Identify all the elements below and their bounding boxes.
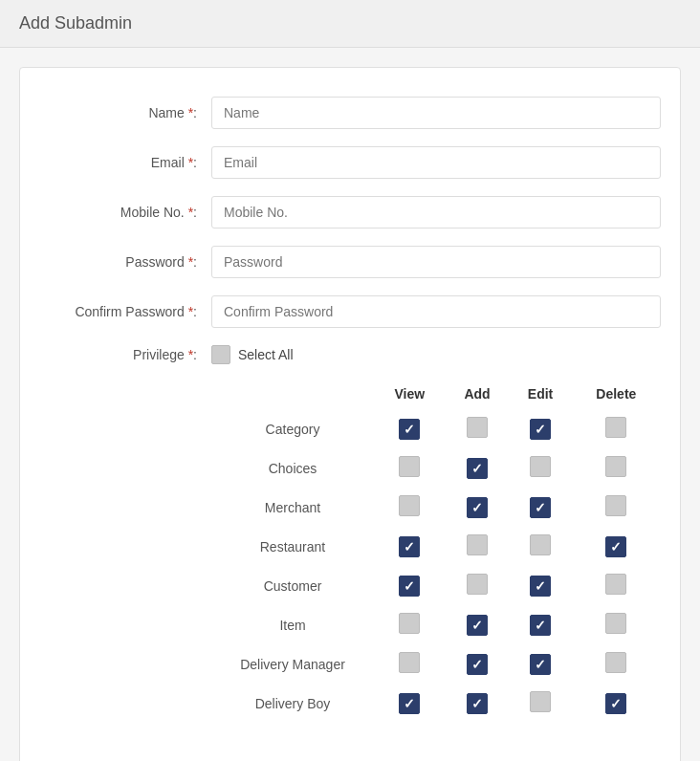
table-header-row: View Add Edit Delete [211, 379, 661, 409]
checkbox-delete-1[interactable] [605, 456, 626, 477]
cell-view-7[interactable]: ✓ [374, 684, 446, 723]
name-input[interactable] [211, 97, 661, 129]
cell-add-4[interactable] [446, 566, 510, 605]
cell-delete-0[interactable] [572, 409, 661, 448]
checkbox-add-6[interactable]: ✓ [467, 654, 488, 675]
cell-edit-5[interactable]: ✓ [509, 605, 571, 644]
checkbox-add-7[interactable]: ✓ [467, 693, 488, 714]
cell-edit-3[interactable] [509, 527, 571, 566]
cell-view-6[interactable] [374, 644, 446, 684]
checkbox-edit-2[interactable]: ✓ [530, 497, 551, 518]
col-edit-header: Edit [509, 379, 571, 409]
checkbox-add-5[interactable]: ✓ [467, 615, 488, 636]
checkbox-add-3[interactable] [467, 534, 488, 555]
cell-delete-7[interactable]: ✓ [572, 684, 661, 723]
mobile-required: * [188, 205, 193, 220]
table-row: Merchant✓✓ [211, 488, 661, 527]
checkbox-view-6[interactable] [399, 652, 420, 673]
confirm-password-required: * [188, 304, 193, 319]
cell-edit-7[interactable] [509, 684, 571, 723]
table-row: Customer✓✓ [211, 566, 661, 605]
row-label-choices: Choices [211, 448, 374, 488]
mobile-input[interactable] [211, 196, 661, 228]
table-row: Category✓✓ [211, 409, 661, 448]
cell-add-1[interactable]: ✓ [446, 448, 510, 488]
select-all-label: Select All [238, 347, 294, 362]
cell-add-5[interactable]: ✓ [446, 605, 510, 644]
cell-edit-4[interactable]: ✓ [509, 566, 571, 605]
checkbox-add-1[interactable]: ✓ [467, 458, 488, 479]
checkbox-edit-5[interactable]: ✓ [530, 615, 551, 636]
checkbox-delete-7[interactable]: ✓ [605, 693, 626, 714]
cell-delete-1[interactable] [572, 448, 661, 488]
checkbox-edit-3[interactable] [530, 534, 551, 555]
checkbox-view-1[interactable] [399, 456, 420, 477]
cell-add-7[interactable]: ✓ [446, 684, 510, 723]
checkbox-add-4[interactable] [467, 574, 488, 595]
privilege-required: * [188, 347, 193, 362]
cell-delete-3[interactable]: ✓ [572, 527, 661, 566]
select-all-checkbox[interactable] [211, 345, 230, 364]
checkbox-delete-0[interactable] [605, 417, 626, 438]
checkbox-edit-0[interactable]: ✓ [530, 419, 551, 440]
email-row: Email *: [39, 146, 661, 179]
row-label-category: Category [211, 409, 374, 448]
table-row: Item✓✓ [211, 605, 661, 644]
cell-view-5[interactable] [374, 605, 446, 644]
cell-view-2[interactable] [374, 488, 446, 527]
email-input[interactable] [211, 146, 661, 179]
cell-edit-6[interactable]: ✓ [509, 644, 571, 684]
cell-add-3[interactable] [446, 527, 510, 566]
mobile-label: Mobile No. *: [39, 205, 211, 220]
checkbox-delete-6[interactable] [605, 652, 626, 673]
select-all-area: Select All [211, 345, 661, 364]
empty-header [211, 379, 374, 409]
cell-edit-1[interactable] [509, 448, 571, 488]
cell-add-2[interactable]: ✓ [446, 488, 510, 527]
confirm-password-input[interactable] [211, 295, 661, 328]
cell-add-6[interactable]: ✓ [446, 644, 510, 684]
form-container: Name *: Email *: Mobile No. *: Password … [19, 67, 681, 761]
email-label: Email *: [39, 155, 211, 170]
mobile-row: Mobile No. *: [39, 196, 661, 228]
checkbox-view-4[interactable]: ✓ [399, 576, 420, 597]
cell-view-1[interactable] [374, 448, 446, 488]
checkbox-delete-3[interactable]: ✓ [605, 536, 626, 557]
checkbox-delete-5[interactable] [605, 613, 626, 634]
cell-delete-6[interactable] [572, 644, 661, 684]
cell-add-0[interactable] [446, 409, 510, 448]
privilege-section: Select All View Add Edit Delete Category… [211, 345, 661, 723]
cell-edit-0[interactable]: ✓ [509, 409, 571, 448]
checkbox-edit-4[interactable]: ✓ [530, 576, 551, 597]
checkbox-view-0[interactable]: ✓ [399, 419, 420, 440]
cell-delete-2[interactable] [572, 488, 661, 527]
col-delete-header: Delete [572, 379, 661, 409]
checkbox-add-0[interactable] [467, 417, 488, 438]
checkbox-delete-2[interactable] [605, 495, 626, 516]
checkbox-view-5[interactable] [399, 613, 420, 634]
page-title: Add Subadmin [19, 13, 681, 33]
password-required: * [188, 254, 193, 270]
checkbox-view-2[interactable] [399, 495, 420, 516]
checkbox-view-3[interactable]: ✓ [399, 536, 420, 557]
privilege-table: View Add Edit Delete Category✓✓Choices✓M… [211, 379, 661, 723]
cell-view-0[interactable]: ✓ [374, 409, 446, 448]
checkbox-view-7[interactable]: ✓ [399, 693, 420, 714]
page-header: Add Subadmin [0, 0, 700, 48]
cell-view-3[interactable]: ✓ [374, 527, 446, 566]
row-label-delivery-boy: Delivery Boy [211, 684, 374, 723]
checkbox-delete-4[interactable] [605, 574, 626, 595]
cell-view-4[interactable]: ✓ [374, 566, 446, 605]
cell-delete-5[interactable] [572, 605, 661, 644]
password-input[interactable] [211, 246, 661, 278]
row-label-restaurant: Restaurant [211, 527, 374, 566]
cell-delete-4[interactable] [572, 566, 661, 605]
checkbox-edit-6[interactable]: ✓ [530, 654, 551, 675]
checkbox-edit-1[interactable] [530, 456, 551, 477]
checkbox-edit-7[interactable] [530, 691, 551, 712]
checkbox-add-2[interactable]: ✓ [467, 497, 488, 518]
email-required: * [188, 155, 193, 170]
row-label-merchant: Merchant [211, 488, 374, 527]
cell-edit-2[interactable]: ✓ [509, 488, 571, 527]
table-row: Choices✓ [211, 448, 661, 488]
